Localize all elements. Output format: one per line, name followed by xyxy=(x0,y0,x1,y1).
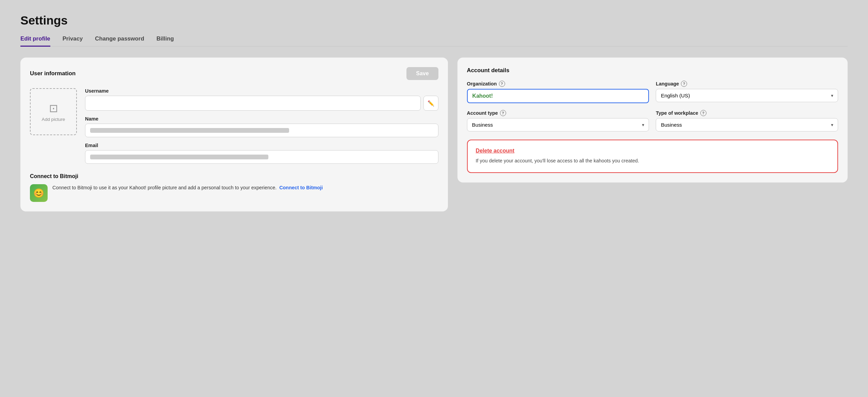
account-details-card: Account details Organization ? Language … xyxy=(457,58,848,182)
tabs-container: Edit profile Privacy Change password Bil… xyxy=(20,35,848,47)
save-button[interactable]: Save xyxy=(406,67,438,80)
workplace-type-select[interactable]: Business School University Government xyxy=(656,118,838,131)
user-info-title: User information xyxy=(30,70,76,77)
workplace-type-help-icon[interactable]: ? xyxy=(700,110,706,116)
tab-edit-profile[interactable]: Edit profile xyxy=(20,35,50,47)
bitmoji-icon: 😊 xyxy=(30,184,48,202)
add-picture-label: Add picture xyxy=(42,117,65,122)
name-label: Name xyxy=(85,116,438,122)
name-placeholder-bar xyxy=(90,128,289,133)
bitmoji-description: Connect to Bitmoji to use it as your Kah… xyxy=(52,184,323,192)
name-field: Name xyxy=(85,116,438,137)
delete-account-card: Delete account If you delete your accoun… xyxy=(467,140,838,173)
form-fields: Username ✏️ Name Email xyxy=(85,88,438,164)
account-type-field: Account type ? Business Personal Educati… xyxy=(467,110,649,131)
email-placeholder-bar xyxy=(90,155,268,159)
account-type-select-wrapper: Business Personal Education xyxy=(467,118,649,131)
tab-billing[interactable]: Billing xyxy=(156,35,174,47)
details-grid: Organization ? Language ? English (US) S… xyxy=(467,81,838,131)
connect-bitmoji-link[interactable]: Connect to Bitmoji xyxy=(279,185,323,190)
connect-bitmoji-title: Connect to Bitmoji xyxy=(30,173,438,179)
bitmoji-desc-text: Connect to Bitmoji to use it as your Kah… xyxy=(52,185,277,190)
organization-input[interactable] xyxy=(467,89,649,103)
image-icon: ⊡ xyxy=(49,102,58,115)
organization-field: Organization ? xyxy=(467,81,649,103)
language-field: Language ? English (US) Spanish French G… xyxy=(656,81,838,103)
account-details-title: Account details xyxy=(467,67,838,74)
card-header: User information Save xyxy=(30,67,438,80)
account-type-select[interactable]: Business Personal Education xyxy=(467,118,649,131)
bitmoji-row: 😊 Connect to Bitmoji to use it as your K… xyxy=(30,184,438,202)
user-information-card: User information Save ⊡ Add picture User… xyxy=(20,58,448,211)
user-info-body: ⊡ Add picture Username ✏️ Name xyxy=(30,88,438,164)
connect-bitmoji-section: Connect to Bitmoji 😊 Connect to Bitmoji … xyxy=(30,173,438,202)
account-type-help-icon[interactable]: ? xyxy=(500,110,506,116)
edit-username-button[interactable]: ✏️ xyxy=(423,96,438,111)
workplace-type-select-wrapper: Business School University Government xyxy=(656,118,838,131)
delete-account-description: If you delete your account, you'll lose … xyxy=(476,157,829,165)
tab-change-password[interactable]: Change password xyxy=(95,35,144,47)
language-select[interactable]: English (US) Spanish French German xyxy=(656,89,838,102)
username-label: Username xyxy=(85,88,438,94)
main-content: User information Save ⊡ Add picture User… xyxy=(20,58,848,211)
language-help-icon[interactable]: ? xyxy=(681,81,687,87)
page-title: Settings xyxy=(20,14,848,27)
language-select-wrapper: English (US) Spanish French German xyxy=(656,89,838,102)
email-label: Email xyxy=(85,143,438,148)
language-label: Language ? xyxy=(656,81,838,87)
name-input[interactable] xyxy=(85,124,438,137)
organization-help-icon[interactable]: ? xyxy=(499,81,505,87)
delete-account-button[interactable]: Delete account xyxy=(476,148,829,154)
tab-privacy[interactable]: Privacy xyxy=(63,35,83,47)
account-type-label: Account type ? xyxy=(467,110,649,116)
username-input[interactable] xyxy=(85,96,421,111)
username-field: Username ✏️ xyxy=(85,88,438,111)
email-field-group: Email xyxy=(85,143,438,164)
workplace-type-field: Type of workplace ? Business School Univ… xyxy=(656,110,838,131)
workplace-type-label: Type of workplace ? xyxy=(656,110,838,116)
avatar-upload[interactable]: ⊡ Add picture xyxy=(30,88,77,135)
organization-label: Organization ? xyxy=(467,81,649,87)
email-input[interactable] xyxy=(85,150,438,164)
username-input-row: ✏️ xyxy=(85,96,438,111)
